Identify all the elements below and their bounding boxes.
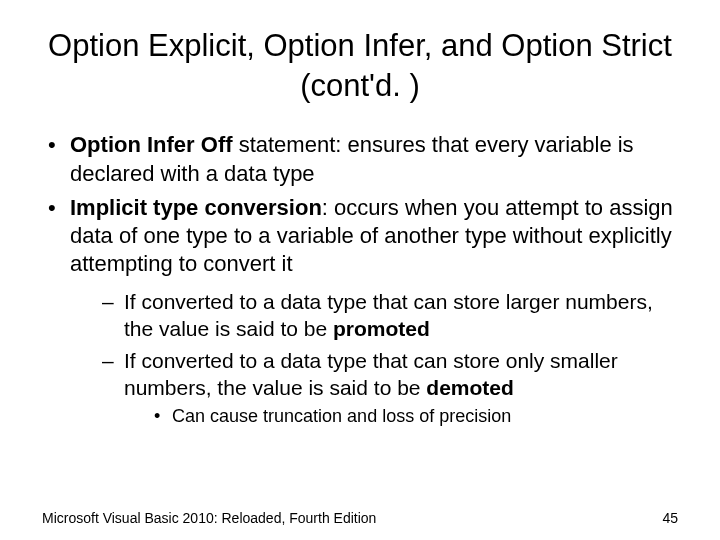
dash-item: If converted to a data type that can sto… <box>100 347 678 429</box>
footer-source: Microsoft Visual Basic 2010: Reloaded, F… <box>42 510 376 526</box>
dash-list: If converted to a data type that can sto… <box>70 288 678 429</box>
bullet-list: Option Infer Off statement: ensures that… <box>42 131 678 428</box>
bullet-bold: Implicit type conversion <box>70 195 322 220</box>
dash-item: If converted to a data type that can sto… <box>100 288 678 343</box>
subbullet-text: Can cause truncation and loss of precisi… <box>172 406 511 426</box>
slide: Option Explicit, Option Infer, and Optio… <box>0 0 720 540</box>
bullet-item: Option Infer Off statement: ensures that… <box>42 131 678 187</box>
subbullet-item: Can cause truncation and loss of precisi… <box>152 405 678 428</box>
dash-bold: promoted <box>333 317 430 340</box>
dash-text: If converted to a data type that can sto… <box>124 349 618 399</box>
bullet-item: Implicit type conversion: occurs when yo… <box>42 194 678 429</box>
slide-title: Option Explicit, Option Infer, and Optio… <box>42 26 678 105</box>
page-number: 45 <box>662 510 678 526</box>
footer: Microsoft Visual Basic 2010: Reloaded, F… <box>42 510 678 526</box>
bullet-bold: Option Infer Off <box>70 132 233 157</box>
subbullet-list: Can cause truncation and loss of precisi… <box>124 405 678 428</box>
dash-bold: demoted <box>426 376 514 399</box>
